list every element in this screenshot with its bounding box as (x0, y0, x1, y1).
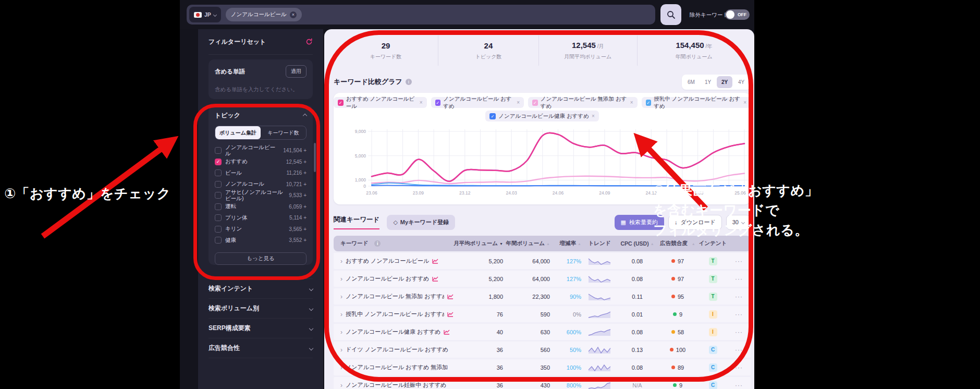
topic-checkbox[interactable] (215, 203, 222, 210)
topic-checkbox[interactable] (215, 226, 222, 233)
search-button[interactable] (660, 4, 681, 25)
topic-item[interactable]: プリン体5,114 + (215, 212, 307, 224)
search-bar[interactable]: JP ノンアルコールビール × (187, 5, 655, 25)
keyword-trend-icon[interactable] (432, 276, 438, 282)
table-row[interactable]: ›ノンアルコールビール おすすめ 無添加36350100%0.0889C··· (334, 359, 751, 375)
table-row[interactable]: ›ノンアルコールビール おすすめ5,20064,000127%0.0897T··… (334, 271, 751, 287)
column-header-年間ボリューム[interactable]: 年間ボリューム▲ (503, 240, 550, 247)
info-icon[interactable]: i (406, 79, 412, 85)
topic-checkbox[interactable] (215, 214, 222, 221)
chart-series-chip[interactable]: ✓おすすめ ノンアルコールビール× (334, 97, 427, 108)
chip-remove-icon[interactable]: × (420, 100, 423, 105)
table-row[interactable]: ›ノンアルコールビール妊娠中 おすすめ36430800%N/A9C··· (334, 377, 751, 389)
chip-remove-icon[interactable]: × (743, 100, 746, 105)
keyword-trend-icon[interactable] (447, 294, 454, 299)
topic-item[interactable]: ノンアルコールビール141,504 + (215, 145, 307, 156)
range-button-4Y[interactable]: 4Y (733, 76, 749, 88)
topic-checkbox[interactable] (215, 169, 222, 176)
include-words-input[interactable]: 含める単語を入力してください。 (215, 86, 307, 93)
topic-item[interactable]: 運転6,059 + (215, 201, 307, 213)
chart-series-chip[interactable]: ✓ノンアルコールビール おすすめ× (431, 97, 524, 108)
topic-item[interactable]: ノンアルコール10,721 + (215, 179, 307, 190)
chip-remove-icon[interactable]: × (517, 100, 520, 105)
row-menu-button[interactable]: ··· (735, 364, 743, 371)
row-menu-button[interactable]: ··· (735, 346, 743, 354)
topic-item[interactable]: 健康3,552 + (215, 235, 307, 246)
topic-checkbox[interactable] (215, 181, 222, 188)
tab-related-keywords[interactable]: 関連キーワード (334, 215, 379, 229)
topic-tab-count[interactable]: キーワード数 (261, 126, 306, 139)
refresh-icon[interactable] (305, 38, 313, 45)
topic-checkbox[interactable] (215, 147, 222, 154)
chip-remove-icon[interactable]: × (630, 100, 633, 105)
remove-keyword-icon[interactable]: × (290, 11, 297, 18)
row-expand-icon[interactable]: › (340, 364, 342, 371)
column-header-月平均ボリューム[interactable]: 月平均ボリューム▼ (454, 240, 503, 247)
filter-reset-button[interactable]: フィルターリセット (209, 29, 313, 54)
row-menu-button[interactable]: ··· (735, 329, 743, 336)
row-expand-icon[interactable]: › (340, 382, 342, 389)
row-expand-icon[interactable]: › (340, 275, 342, 283)
chip-checkbox[interactable]: ✓ (489, 113, 496, 119)
topic-checkbox[interactable]: ✓ (215, 159, 222, 165)
download-button[interactable]: ↓ ダウンロード (668, 215, 722, 230)
sidebar-section-検索ボリューム別[interactable]: 検索ボリューム別 (209, 299, 313, 319)
info-icon[interactable]: i (374, 240, 381, 247)
page-size-select[interactable]: 30 (726, 215, 751, 230)
chip-checkbox[interactable]: ✓ (435, 100, 441, 106)
row-menu-button[interactable]: ··· (735, 311, 743, 318)
show-more-button[interactable]: もっと見る (215, 252, 307, 265)
row-expand-icon[interactable]: › (340, 329, 342, 336)
row-menu-button[interactable]: ··· (735, 275, 743, 283)
topic-item[interactable]: アサヒ(ノンアルコールビール)9,533 + (215, 190, 307, 201)
row-expand-icon[interactable]: › (340, 311, 342, 318)
japan-flag-icon (194, 12, 202, 18)
table-row[interactable]: ›授乳中 ノンアルコールビール おすすめ765900%0.019I··· (334, 306, 751, 322)
scrollbar-thumb[interactable] (314, 143, 316, 172)
column-header-広告競合度[interactable]: 広告競合度▲ (657, 240, 699, 247)
keyword-trend-icon[interactable] (447, 312, 454, 317)
search-volume-summary-button[interactable]: ▦ 検索量要約 (615, 215, 664, 230)
chip-checkbox[interactable]: ✓ (646, 100, 652, 106)
topic-checkbox[interactable] (215, 192, 222, 199)
exclude-keyword-toggle[interactable]: OFF (725, 9, 750, 20)
range-button-6M[interactable]: 6M (683, 76, 699, 88)
country-selector[interactable]: JP (189, 7, 221, 22)
range-button-1Y[interactable]: 1Y (700, 76, 716, 88)
row-expand-icon[interactable]: › (340, 258, 342, 265)
topic-item[interactable]: キリン3,565 + (215, 224, 307, 235)
keyword-trend-icon[interactable] (432, 259, 438, 264)
table-row[interactable]: ›ノンアルコールビール健康 おすすめ40630600%0.0858I··· (334, 324, 751, 340)
table-row[interactable]: ›ノンアルコールビール 無添加 おすすめ1,80022,30090%0.1195… (334, 288, 751, 305)
sidebar-section-広告競合性[interactable]: 広告競合性 (209, 338, 313, 358)
chip-label: ノンアルコールビール 無添加 おすすめ (541, 95, 628, 110)
chart-series-chip[interactable]: ✓ノンアルコールビール健康 おすすめ× (485, 111, 599, 121)
sidebar-section-検索インテント[interactable]: 検索インテント (209, 279, 313, 299)
chart-series-chip[interactable]: ✓授乳中 ノンアルコールビール おすすめ× (642, 97, 751, 108)
topic-item[interactable]: 無添加3,489 + (215, 246, 307, 249)
chip-checkbox[interactable]: ✓ (338, 100, 344, 106)
range-button-2Y[interactable]: 2Y (717, 76, 732, 88)
column-header-増減率[interactable]: 増減率▲ (550, 240, 581, 247)
apply-button[interactable]: 適用 (286, 65, 307, 78)
register-my-keyword-button[interactable]: ◇ Myキーワード登録 (387, 215, 455, 230)
column-header-CPC (USD)[interactable]: CPC (USD)▲ (618, 240, 657, 247)
row-menu-button[interactable]: ··· (735, 382, 743, 389)
table-row[interactable]: ›おすすめ ノンアルコールビール5,20064,000127%0.0897T··… (334, 253, 751, 269)
search-keyword-chip[interactable]: ノンアルコールビール × (226, 8, 302, 21)
row-menu-button[interactable]: ··· (735, 258, 743, 265)
keyword-trend-icon[interactable] (444, 330, 450, 335)
topic-tab-volume[interactable]: ボリューム集計 (215, 126, 261, 139)
chart-series-chip[interactable]: ✓ノンアルコールビール 無添加 おすすめ× (528, 97, 637, 108)
chip-checkbox[interactable]: ✓ (532, 100, 538, 106)
chip-remove-icon[interactable]: × (592, 113, 595, 119)
row-menu-button[interactable]: ··· (735, 293, 743, 300)
topic-checkbox[interactable] (215, 237, 222, 244)
row-expand-icon[interactable]: › (340, 293, 342, 300)
topic-section-header[interactable]: トピック (215, 111, 307, 120)
table-row[interactable]: ›ドイツ ノンアルコールビール おすすめ3656050%0.13100C··· (334, 342, 751, 358)
topic-item[interactable]: ビール11,216 + (215, 167, 307, 179)
topic-item[interactable]: ✓おすすめ12,545 + (215, 156, 307, 168)
sidebar-section-SERP構成要素[interactable]: SERP構成要素 (209, 319, 313, 338)
row-expand-icon[interactable]: › (340, 346, 342, 354)
